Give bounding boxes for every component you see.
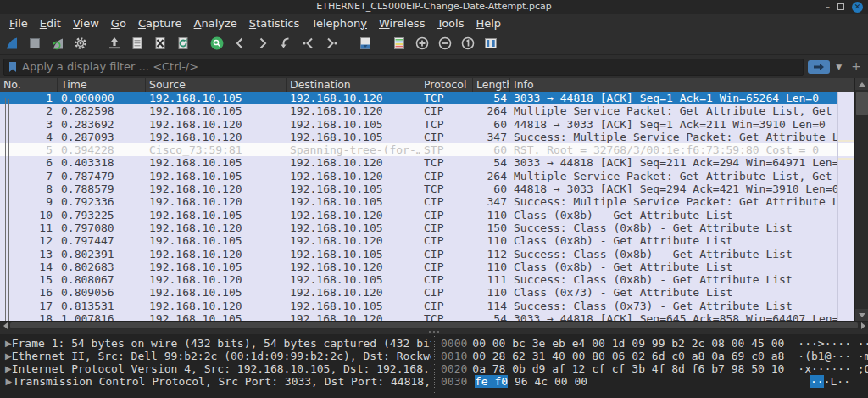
menu-item-analyze[interactable]: Analyze	[188, 15, 243, 31]
hex-row[interactable]: 00200a 78 0b d9 af 12 cf cf3b 4f 8d f6 b…	[441, 362, 868, 375]
restart-capture-button[interactable]	[50, 36, 65, 51]
go-last-button[interactable]	[324, 36, 339, 51]
minimize-button[interactable]: –	[826, 3, 830, 11]
hex-bytes-group1[interactable]: fe f0 96 4c 00 00	[475, 375, 632, 388]
hex-row[interactable]: 000000 00 bc 3e eb e4 00 1d09 99 b2 2c 0…	[441, 337, 868, 350]
menu-item-capture[interactable]: Capture	[132, 15, 188, 31]
packet-row[interactable]: 50.394228Cisco_73:59:81Spanning-tree-(fo…	[0, 143, 837, 156]
pane-splitter-vertical[interactable]	[431, 334, 437, 398]
display-filter-field[interactable]	[3, 59, 804, 76]
vertical-scrollbar-thumb[interactable]	[856, 92, 868, 115]
zoom-original-button[interactable]	[460, 36, 476, 51]
packet-row[interactable]: 70.787479192.168.10.105192.168.10.120CIP…	[0, 170, 837, 182]
column-header-info[interactable]: Info	[510, 78, 854, 92]
hex-bytes-group1[interactable]: 0a 78 0b d9 af 12 cf cf	[472, 362, 625, 375]
close-file-button[interactable]	[153, 36, 168, 51]
zoom-in-button[interactable]	[415, 36, 430, 51]
hex-selected-ascii[interactable]: ··	[810, 375, 824, 388]
packet-row[interactable]: 160.809056192.168.10.105192.168.10.120CI…	[0, 286, 837, 299]
go-first-button[interactable]	[301, 36, 316, 51]
menu-item-edit[interactable]: Edit	[34, 15, 67, 31]
colorize-button[interactable]	[392, 36, 407, 51]
packet-detail-line[interactable]: ▶Frame 1: 54 bytes on wire (432 bits), 5…	[5, 337, 431, 350]
scroll-up-button[interactable]	[855, 78, 868, 90]
hex-row[interactable]: 0030fe f0 96 4c 00 00···L··	[441, 375, 868, 388]
add-filter-button[interactable]: +	[848, 60, 865, 74]
packet-row[interactable]: 40.287093192.168.10.120192.168.10.105CIP…	[0, 131, 837, 143]
vertical-scrollbar[interactable]	[854, 78, 868, 321]
expander-icon[interactable]: ▶	[5, 337, 12, 350]
close-button[interactable]: ✕	[852, 2, 863, 13]
packet-detail-line[interactable]: ▶Internet Protocol Version 4, Src: 192.1…	[5, 362, 431, 375]
resize-columns-button[interactable]	[483, 36, 498, 51]
display-filter-input[interactable]	[22, 60, 799, 73]
menu-item-help[interactable]: Help	[470, 15, 507, 31]
packet-detail-line[interactable]: ▶Ethernet II, Src: Dell_99:b2:2c (00:1d:…	[5, 350, 431, 362]
menu-item-tools[interactable]: Tools	[431, 15, 470, 31]
column-header-protocol[interactable]: Protocol	[420, 78, 473, 92]
expander-icon[interactable]: ▶	[5, 350, 12, 362]
packet-row[interactable]: 130.802391192.168.10.120192.168.10.105CI…	[0, 248, 837, 261]
packet-row[interactable]: 30.283692192.168.10.120192.168.10.105TCP…	[0, 118, 837, 131]
capture-options-button[interactable]	[73, 36, 88, 51]
save-file-button[interactable]	[130, 36, 145, 51]
menu-item-statistics[interactable]: Statistics	[243, 15, 305, 31]
column-header-no[interactable]: No.	[0, 78, 58, 92]
hex-bytes-group2[interactable]: 09 99 b2 2c 08 00 45 00	[632, 337, 784, 350]
hex-ascii[interactable]: ·x······ ;O····P·	[798, 362, 868, 375]
packet-row[interactable]: 20.282598192.168.10.105192.168.10.120CIP…	[0, 104, 837, 117]
packet-row[interactable]: 140.802683192.168.10.105192.168.10.120CI…	[0, 261, 837, 273]
horizontal-scrollbar-thumb[interactable]	[10, 322, 858, 328]
column-header-length[interactable]: Length	[473, 78, 510, 92]
packet-row[interactable]: 181.007816192.168.10.105192.168.10.120TC…	[0, 312, 837, 321]
packet-row[interactable]: 100.793225192.168.10.105192.168.10.120CI…	[0, 209, 837, 221]
bookmark-icon[interactable]	[8, 61, 18, 73]
go-back-button[interactable]	[232, 36, 248, 51]
start-capture-button[interactable]	[4, 36, 19, 51]
go-to-packet-button[interactable]	[278, 36, 293, 51]
hex-ascii[interactable]: ···L··	[810, 375, 850, 388]
menu-item-go[interactable]: Go	[105, 15, 132, 31]
column-header-destination[interactable]: Destination	[287, 78, 420, 92]
packet-row[interactable]: 110.797080192.168.10.120192.168.10.105CI…	[0, 221, 837, 234]
hex-bytes-group2[interactable]: 3b 4f 8d f6 b7 98 50 10	[632, 362, 784, 375]
hex-bytes-group2[interactable]	[639, 375, 797, 388]
scroll-left-button[interactable]	[0, 322, 10, 329]
hex-ascii[interactable]: ·(b1@··· ·m···i··	[798, 350, 868, 362]
packet-row[interactable]: 90.792336192.168.10.120192.168.10.105CIP…	[0, 195, 837, 208]
menu-item-wireless[interactable]: Wireless	[373, 15, 431, 31]
scroll-down-button[interactable]	[855, 309, 868, 321]
horizontal-scrollbar[interactable]	[0, 321, 868, 329]
column-header-time[interactable]: Time	[58, 78, 146, 92]
packet-row[interactable]: 60.403318192.168.10.105192.168.10.120TCP…	[0, 156, 837, 169]
hex-bytes-group2[interactable]: 02 6d c0 a8 0a 69 c0 a8	[632, 350, 784, 362]
hex-bytes-group1[interactable]: 00 28 62 31 40 00 80 06	[472, 350, 625, 362]
intelligent-scrollbar-minimap[interactable]	[837, 92, 854, 321]
open-file-button[interactable]	[107, 36, 122, 51]
packet-row[interactable]: 170.813531192.168.10.120192.168.10.105CI…	[0, 300, 837, 312]
packet-row[interactable]: 10.000000192.168.10.105192.168.10.120TCP…	[0, 92, 837, 104]
hex-selected-bytes[interactable]: fe f0	[475, 375, 508, 388]
expander-icon[interactable]: ▶	[5, 375, 13, 388]
stop-capture-button[interactable]	[27, 36, 42, 51]
hex-row[interactable]: 001000 28 62 31 40 00 80 0602 6d c0 a8 0…	[441, 350, 868, 362]
auto-scroll-button[interactable]	[358, 36, 373, 51]
zoom-out-button[interactable]	[437, 36, 453, 51]
expander-icon[interactable]: ▶	[5, 362, 12, 375]
find-packet-button[interactable]	[209, 36, 225, 51]
hex-ascii[interactable]: ···>···· ···,··E·	[798, 337, 868, 350]
menu-item-telephony[interactable]: Telephony	[305, 15, 373, 31]
reload-file-button[interactable]	[175, 36, 191, 51]
apply-filter-button[interactable]	[808, 60, 830, 74]
scroll-right-button[interactable]	[858, 322, 868, 329]
packet-detail-line[interactable]: ▶Transmission Control Protocol, Src Port…	[5, 375, 431, 388]
packet-row[interactable]: 120.797447192.168.10.105192.168.10.120CI…	[0, 234, 837, 247]
menu-item-file[interactable]: File	[3, 15, 34, 31]
menu-item-view[interactable]: View	[67, 15, 105, 31]
maximize-button[interactable]	[837, 3, 844, 10]
packet-row[interactable]: 150.808067192.168.10.120192.168.10.105CI…	[0, 273, 837, 286]
hex-bytes-group1[interactable]: 00 00 bc 3e eb e4 00 1d	[472, 337, 625, 350]
column-header-source[interactable]: Source	[146, 78, 287, 92]
filter-dropdown-button[interactable]: ▼	[834, 63, 843, 71]
go-forward-button[interactable]	[255, 36, 270, 51]
